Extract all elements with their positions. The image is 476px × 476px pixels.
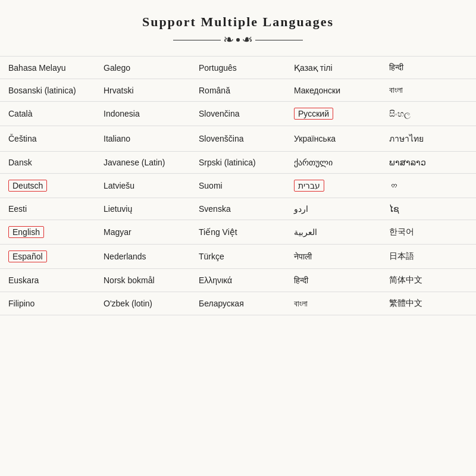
lang-cell[interactable]: Filipino: [0, 292, 95, 315]
lang-cell[interactable]: Suomi: [190, 174, 286, 198]
lang-cell[interactable]: ภาษาไทย: [381, 126, 476, 152]
lang-cell[interactable]: ໄຊ: [381, 198, 476, 220]
lang-cell[interactable]: Čeština: [0, 126, 95, 152]
lang-cell[interactable]: Dansk: [0, 152, 95, 174]
leaf-left-icon: ❧: [223, 33, 234, 46]
table-row: Bosanski (latinica)HrvatskiRomânăМакедон…: [0, 79, 476, 102]
table-row: ČeštinaItalianoSlovenščinaУкраїнськаภาษา…: [0, 126, 476, 152]
table-row: EspañolNederlandsTürkçeनेपाली日本語: [0, 245, 476, 269]
lang-cell[interactable]: नेपाली: [286, 245, 381, 269]
lang-cell[interactable]: Українська: [286, 126, 381, 152]
lang-cell[interactable]: Slovenčina: [190, 102, 286, 126]
lang-cell[interactable]: Slovenščina: [190, 126, 286, 152]
lang-cell[interactable]: Deutsch: [0, 174, 95, 198]
lang-cell[interactable]: Русский: [286, 102, 381, 126]
lang-cell[interactable]: Ελληνικά: [190, 269, 286, 292]
lang-label-boxed[interactable]: עברית: [294, 180, 324, 192]
lang-cell[interactable]: Español: [0, 245, 95, 269]
lang-cell[interactable]: বাংলা: [381, 79, 476, 102]
lang-cell[interactable]: ქართული: [286, 152, 381, 174]
lang-cell[interactable]: Türkçe: [190, 245, 286, 269]
lang-cell[interactable]: Euskara: [0, 269, 95, 292]
lang-cell[interactable]: Қазақ тілі: [286, 57, 381, 79]
lang-cell[interactable]: العربية: [286, 220, 381, 245]
lang-cell[interactable]: Lietuvių: [95, 198, 190, 220]
lang-cell[interactable]: Nederlands: [95, 245, 190, 269]
lang-cell[interactable]: Català: [0, 102, 95, 126]
lang-cell[interactable]: O'zbek (lotin): [95, 292, 190, 315]
lang-cell[interactable]: Hrvatski: [95, 79, 190, 102]
page-title: Support Multiple Languages: [0, 14, 476, 30]
lang-cell[interactable]: اردو: [286, 198, 381, 220]
lang-cell[interactable]: Indonesia: [95, 102, 190, 126]
lang-cell[interactable]: Português: [190, 57, 286, 79]
table-row: EestiLietuviųSvenskaاردوໄຊ: [0, 198, 476, 220]
lang-cell[interactable]: Galego: [95, 57, 190, 79]
table-row: CatalàIndonesiaSlovenčinaРусскийසිංහල: [0, 102, 476, 126]
lang-cell[interactable]: हिन्दी: [286, 269, 381, 292]
lang-cell[interactable]: 简体中文: [381, 269, 476, 292]
lang-cell[interactable]: Javanese (Latin): [95, 152, 190, 174]
lang-label-boxed[interactable]: Deutsch: [8, 180, 47, 192]
table-row: DanskJavanese (Latin)Srpski (latinica)ქა…: [0, 152, 476, 174]
lang-cell[interactable]: Srpski (latinica): [190, 152, 286, 174]
lang-cell[interactable]: Magyar: [95, 220, 190, 245]
lang-cell[interactable]: Bosanski (latinica): [0, 79, 95, 102]
lang-cell[interactable]: Svenska: [190, 198, 286, 220]
lang-cell[interactable]: 한국어: [381, 220, 476, 245]
lang-cell[interactable]: বাংলা: [286, 292, 381, 315]
lang-cell[interactable]: Norsk bokmål: [95, 269, 190, 292]
table-row: DeutschLatviešuSuomiעבריתတ: [0, 174, 476, 198]
table-row: Bahasa MelayuGalegoPortuguêsҚазақ тіліहि…: [0, 57, 476, 79]
table-row: FilipinoO'zbek (lotin)Беларускаяবাংলা繁體中…: [0, 292, 476, 315]
lang-label-boxed[interactable]: Русский: [294, 108, 333, 120]
lang-cell[interactable]: Македонски: [286, 79, 381, 102]
lang-cell[interactable]: Eesti: [0, 198, 95, 220]
lang-cell[interactable]: Română: [190, 79, 286, 102]
lang-cell[interactable]: English: [0, 220, 95, 245]
language-table: Bahasa MelayuGalegoPortuguêsҚазақ тіліहि…: [0, 56, 476, 315]
lang-cell[interactable]: සිංහල: [381, 102, 476, 126]
lang-cell[interactable]: Беларуская: [190, 292, 286, 315]
lang-cell[interactable]: עברית: [286, 174, 381, 198]
lang-cell[interactable]: Latviešu: [95, 174, 190, 198]
lang-label-boxed[interactable]: English: [8, 226, 44, 238]
lang-label-boxed[interactable]: Español: [8, 250, 47, 262]
table-row: EuskaraNorsk bokmålΕλληνικάहिन्दी简体中文: [0, 269, 476, 292]
lang-cell[interactable]: ພາສາລາວ: [381, 152, 476, 174]
page-header: Support Multiple Languages ❧ ❧: [0, 0, 476, 54]
lang-cell[interactable]: हिन्दी: [381, 57, 476, 79]
lang-cell[interactable]: 日本語: [381, 245, 476, 269]
leaf-right-icon: ❧: [242, 33, 253, 46]
ornament-divider: ❧ ❧: [0, 33, 476, 46]
lang-cell[interactable]: တ: [381, 174, 476, 198]
lang-cell[interactable]: Bahasa Melayu: [0, 57, 95, 79]
lang-cell[interactable]: Tiếng Việt: [190, 220, 286, 245]
lang-cell[interactable]: Italiano: [95, 126, 190, 152]
table-row: EnglishMagyarTiếng Việtالعربية한국어: [0, 220, 476, 245]
lang-cell[interactable]: 繁體中文: [381, 292, 476, 315]
